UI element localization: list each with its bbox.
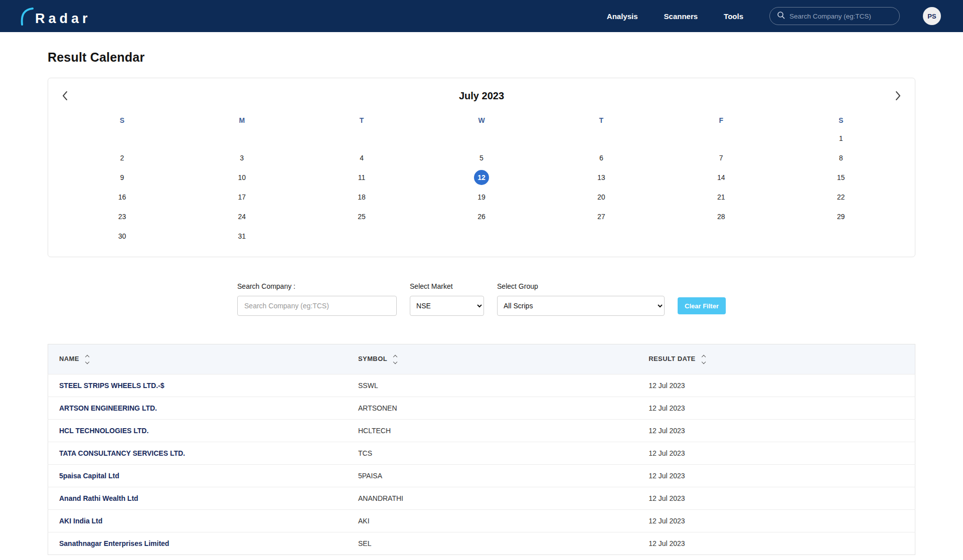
company-name-link[interactable]: STEEL STRIPS WHEELS LTD.-$ bbox=[48, 374, 348, 397]
avatar[interactable]: PS bbox=[923, 7, 941, 25]
calendar-day[interactable]: 9 bbox=[62, 170, 182, 185]
calendar-day-empty bbox=[781, 229, 901, 244]
select-market-label: Select Market bbox=[410, 282, 484, 290]
calendar-day[interactable]: 22 bbox=[781, 190, 901, 205]
results-table-section: NAME SYMBOL RESULT DATE STEEL STRIPS WHE… bbox=[48, 344, 915, 560]
calendar-next-button[interactable] bbox=[893, 89, 903, 104]
sort-icon[interactable] bbox=[702, 355, 705, 363]
header-search-input[interactable] bbox=[789, 13, 892, 20]
calendar-day[interactable]: 31 bbox=[182, 229, 302, 244]
calendar-header: July 2023 bbox=[62, 88, 901, 103]
calendar-day-empty bbox=[302, 131, 422, 146]
calendar-day-empty bbox=[422, 229, 542, 244]
nav-scanners[interactable]: Scanners bbox=[664, 12, 698, 21]
calendar-day[interactable]: 11 bbox=[302, 170, 422, 185]
calendar-day[interactable]: 1 bbox=[781, 131, 901, 146]
clear-filter-button[interactable]: Clear Filter bbox=[678, 297, 726, 314]
calendar-prev-button[interactable] bbox=[60, 89, 70, 104]
day-of-week-header: F bbox=[661, 114, 781, 126]
calendar-day[interactable]: 3 bbox=[182, 150, 302, 165]
calendar-day[interactable]: 8 bbox=[781, 150, 901, 165]
result-date-cell: 12 Jul 2023 bbox=[637, 374, 915, 397]
calendar-day[interactable]: 21 bbox=[661, 190, 781, 205]
market-select[interactable]: NSE bbox=[410, 296, 484, 316]
top-nav-bar: Radar Analysis Scanners Tools PS bbox=[0, 0, 963, 32]
column-header-name[interactable]: NAME bbox=[48, 344, 348, 375]
company-search-input[interactable] bbox=[237, 296, 397, 316]
company-name-link[interactable]: 5paisa Capital Ltd bbox=[48, 464, 348, 487]
result-date-cell: 12 Jul 2023 bbox=[637, 419, 915, 442]
group-select[interactable]: All Scrips bbox=[497, 296, 665, 316]
symbol-cell: SSWL bbox=[347, 374, 637, 397]
calendar-day[interactable]: 15 bbox=[781, 170, 901, 185]
page-title: Result Calendar bbox=[48, 50, 915, 65]
calendar-day[interactable]: 24 bbox=[182, 209, 302, 224]
company-name-link[interactable]: ARTSON ENGINEERING LTD. bbox=[48, 397, 348, 419]
day-of-week-header: M bbox=[182, 114, 302, 126]
calendar-day[interactable]: 16 bbox=[62, 190, 182, 205]
result-date-cell: 12 Jul 2023 bbox=[637, 397, 915, 419]
calendar-grid: SMTWTFS123456789101112131415161718192021… bbox=[62, 114, 901, 244]
calendar-day[interactable]: 26 bbox=[422, 209, 542, 224]
calendar-month-label: July 2023 bbox=[62, 88, 901, 103]
company-name-link[interactable]: Sanathnagar Enterprises Limited bbox=[48, 532, 348, 554]
result-date-cell: 12 Jul 2023 bbox=[637, 509, 915, 532]
table-row: Sanathnagar Enterprises LimitedSEL12 Jul… bbox=[48, 532, 915, 554]
table-row: HCL TECHNOLOGIES LTD.HCLTECH12 Jul 2023 bbox=[48, 419, 915, 442]
calendar-day[interactable]: 29 bbox=[781, 209, 901, 224]
sort-icon[interactable] bbox=[86, 355, 89, 363]
sort-icon[interactable] bbox=[394, 355, 397, 363]
calendar-day[interactable]: 4 bbox=[302, 150, 422, 165]
day-of-week-header: S bbox=[781, 114, 901, 126]
calendar-day-empty bbox=[661, 229, 781, 244]
radar-swoosh-icon bbox=[19, 7, 34, 26]
table-row: 5paisa Capital Ltd5PAISA12 Jul 2023 bbox=[48, 464, 915, 487]
calendar-day-empty bbox=[302, 229, 422, 244]
company-filter-group: Search Company : bbox=[237, 282, 397, 316]
company-name-link[interactable]: TATA CONSULTANCY SERVICES LTD. bbox=[48, 442, 348, 464]
calendar-day[interactable]: 19 bbox=[422, 190, 542, 205]
calendar-day[interactable]: 13 bbox=[541, 170, 661, 185]
calendar-day[interactable]: 2 bbox=[62, 150, 182, 165]
column-header-result-date[interactable]: RESULT DATE bbox=[637, 344, 915, 375]
table-row: Anand Rathi Wealth LtdANANDRATHI12 Jul 2… bbox=[48, 487, 915, 509]
table-header-row: NAME SYMBOL RESULT DATE bbox=[48, 344, 915, 375]
brand-logo[interactable]: Radar bbox=[19, 7, 91, 26]
calendar-day[interactable]: 28 bbox=[661, 209, 781, 224]
calendar-day[interactable]: 23 bbox=[62, 209, 182, 224]
header-search[interactable] bbox=[769, 7, 900, 25]
calendar-day[interactable]: 10 bbox=[182, 170, 302, 185]
table-row: TATA CONSULTANCY SERVICES LTD.TCS12 Jul … bbox=[48, 442, 915, 464]
calendar-day[interactable]: 6 bbox=[541, 150, 661, 165]
calendar-day[interactable]: 27 bbox=[541, 209, 661, 224]
company-name-link[interactable]: HCL TECHNOLOGIES LTD. bbox=[48, 419, 348, 442]
calendar-day[interactable]: 7 bbox=[661, 150, 781, 165]
calendar-day[interactable]: 20 bbox=[541, 190, 661, 205]
filter-bar: Search Company : Select Market NSE Selec… bbox=[48, 282, 915, 316]
table-row: ARTSON ENGINEERING LTD.ARTSONEN12 Jul 20… bbox=[48, 397, 915, 419]
calendar-day[interactable]: 17 bbox=[182, 190, 302, 205]
calendar-day[interactable]: 12 bbox=[422, 170, 542, 185]
market-filter-group: Select Market NSE bbox=[410, 282, 484, 316]
calendar-day[interactable]: 25 bbox=[302, 209, 422, 224]
symbol-cell: SEL bbox=[347, 532, 637, 554]
main-content: Result Calendar July 2023 SMTWTFS1234567… bbox=[48, 50, 915, 560]
symbol-cell: AKI bbox=[347, 509, 637, 532]
calendar-day[interactable]: 30 bbox=[62, 229, 182, 244]
result-date-cell: 12 Jul 2023 bbox=[637, 442, 915, 464]
column-header-symbol[interactable]: SYMBOL bbox=[347, 344, 637, 375]
result-date-cell: 12 Jul 2023 bbox=[637, 464, 915, 487]
calendar-day[interactable]: 5 bbox=[422, 150, 542, 165]
brand-name: Radar bbox=[35, 12, 91, 26]
nav-analysis[interactable]: Analysis bbox=[607, 12, 638, 21]
company-name-link[interactable]: Anand Rathi Wealth Ltd bbox=[48, 487, 348, 509]
calendar-day[interactable]: 18 bbox=[302, 190, 422, 205]
calendar-day-empty bbox=[422, 131, 542, 146]
calendar-day[interactable]: 14 bbox=[661, 170, 781, 185]
nav-tools[interactable]: Tools bbox=[724, 12, 743, 21]
calendar-day-empty bbox=[541, 229, 661, 244]
company-name-link[interactable]: AKI India Ltd bbox=[48, 509, 348, 532]
result-date-cell: 12 Jul 2023 bbox=[637, 487, 915, 509]
symbol-cell: ANANDRATHI bbox=[347, 487, 637, 509]
search-company-label: Search Company : bbox=[237, 282, 397, 290]
